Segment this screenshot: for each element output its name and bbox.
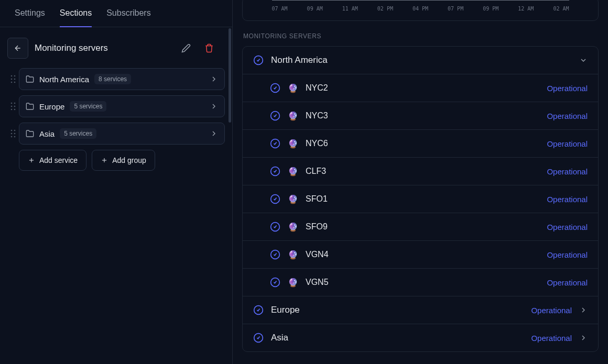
folder-icon bbox=[26, 75, 34, 83]
svg-point-4 bbox=[11, 82, 13, 83]
edit-button[interactable] bbox=[178, 40, 194, 57]
svg-point-3 bbox=[14, 79, 16, 80]
drag-handle-icon bbox=[10, 129, 16, 138]
timeline-tick: 04 PM bbox=[412, 6, 428, 12]
back-button[interactable] bbox=[7, 38, 28, 59]
timeline-card: 07 AM09 AM11 AM02 PM04 PM07 PM09 PM12 AM… bbox=[242, 0, 599, 21]
drag-handle[interactable] bbox=[7, 102, 19, 111]
service-row[interactable]: 🔮 VGN4 Operational bbox=[243, 240, 598, 268]
tab-subscribers[interactable]: Subscribers bbox=[106, 0, 150, 27]
tab-sections[interactable]: Sections bbox=[60, 0, 92, 27]
check-circle-icon bbox=[270, 277, 280, 288]
svg-point-5 bbox=[14, 82, 16, 83]
service-row[interactable]: 🔮 NYC3 Operational bbox=[243, 102, 598, 129]
status-label: Operational bbox=[547, 223, 588, 231]
service-row[interactable]: 🔮 VGN5 Operational bbox=[243, 268, 598, 296]
timeline-tick: 02 PM bbox=[377, 6, 393, 12]
svg-point-2 bbox=[11, 79, 13, 80]
chevron-right-icon bbox=[210, 75, 218, 83]
plus-icon bbox=[28, 157, 35, 164]
group-name: North America bbox=[39, 75, 89, 84]
group-row-asia[interactable]: Asia 5 services bbox=[19, 123, 225, 145]
svg-point-6 bbox=[11, 103, 13, 104]
timeline-tick: 09 AM bbox=[307, 6, 323, 12]
region-row-north america[interactable]: North America bbox=[243, 47, 598, 74]
service-row[interactable]: 🔮 NYC6 Operational bbox=[243, 129, 598, 157]
crystal-ball-icon: 🔮 bbox=[288, 83, 298, 93]
timeline-tick: 12 AM bbox=[518, 6, 534, 12]
pencil-icon bbox=[181, 43, 191, 53]
status-label: Operational bbox=[547, 84, 588, 93]
svg-point-15 bbox=[14, 133, 16, 135]
crystal-ball-icon: 🔮 bbox=[288, 278, 298, 288]
crystal-ball-icon: 🔮 bbox=[288, 111, 298, 121]
region-row-europe[interactable]: Europe Operational bbox=[243, 296, 598, 324]
region-name: North America bbox=[271, 55, 328, 65]
svg-point-9 bbox=[14, 106, 16, 107]
service-row[interactable]: 🔮 NYC2 Operational bbox=[243, 74, 598, 102]
svg-point-13 bbox=[14, 130, 16, 131]
arrow-left-icon bbox=[14, 44, 22, 52]
group-row-north america[interactable]: North America 8 services bbox=[19, 68, 225, 90]
service-name: NYC3 bbox=[306, 111, 328, 120]
add-group-button[interactable]: Add group bbox=[92, 150, 155, 171]
service-name: NYC6 bbox=[306, 139, 328, 148]
status-label: Operational bbox=[547, 112, 588, 120]
service-name: VGN5 bbox=[306, 278, 329, 287]
status-label: Operational bbox=[547, 139, 588, 148]
chevron-right-icon bbox=[210, 129, 218, 138]
group-name: Europe bbox=[39, 102, 64, 111]
drag-handle[interactable] bbox=[7, 75, 19, 83]
delete-button[interactable] bbox=[201, 40, 218, 57]
group-count-badge: 5 services bbox=[60, 128, 96, 139]
chevron-right-icon bbox=[579, 334, 588, 342]
timeline-bar bbox=[272, 0, 569, 1]
folder-icon bbox=[26, 129, 34, 138]
tab-settings[interactable]: Settings bbox=[15, 0, 45, 27]
group-row-europe[interactable]: Europe 5 services bbox=[19, 95, 225, 117]
page-title: Monitoring servers bbox=[35, 43, 171, 53]
service-name: SFO1 bbox=[306, 194, 328, 204]
group-count-badge: 5 services bbox=[70, 101, 106, 112]
service-name: VGN4 bbox=[306, 250, 329, 259]
svg-point-1 bbox=[14, 75, 16, 77]
trash-icon bbox=[204, 43, 214, 53]
check-circle-icon bbox=[270, 83, 280, 93]
svg-point-17 bbox=[14, 136, 16, 138]
check-circle-icon bbox=[270, 194, 280, 204]
svg-point-14 bbox=[11, 133, 13, 135]
scrollbar[interactable] bbox=[229, 28, 231, 123]
crystal-ball-icon: 🔮 bbox=[288, 139, 298, 149]
check-circle-icon bbox=[270, 222, 280, 232]
check-circle-icon bbox=[253, 55, 264, 65]
svg-point-11 bbox=[14, 109, 16, 111]
drag-handle[interactable] bbox=[7, 129, 19, 138]
svg-point-12 bbox=[11, 130, 13, 131]
service-row[interactable]: 🔮 CLF3 Operational bbox=[243, 157, 598, 185]
timeline-tick: 07 AM bbox=[272, 6, 288, 12]
timeline-tick: 02 AM bbox=[553, 6, 569, 12]
chevron-right-icon bbox=[210, 102, 218, 111]
status-label: Operational bbox=[531, 306, 572, 315]
drag-handle-icon bbox=[10, 75, 16, 83]
region-row-asia[interactable]: Asia Operational bbox=[243, 324, 598, 351]
section-label: MONITORING SERVERS bbox=[243, 32, 599, 40]
crystal-ball-icon: 🔮 bbox=[288, 222, 298, 232]
chevron-right-icon bbox=[579, 306, 588, 314]
add-service-button[interactable]: Add service bbox=[19, 150, 86, 171]
check-circle-icon bbox=[253, 305, 264, 315]
service-row[interactable]: 🔮 SFO1 Operational bbox=[243, 185, 598, 213]
check-circle-icon bbox=[253, 333, 264, 343]
check-circle-icon bbox=[270, 111, 280, 121]
service-name: CLF3 bbox=[306, 167, 326, 176]
status-label: Operational bbox=[531, 334, 572, 343]
folder-icon bbox=[26, 102, 34, 111]
service-row[interactable]: 🔮 SFO9 Operational bbox=[243, 213, 598, 240]
svg-point-16 bbox=[11, 136, 13, 138]
group-name: Asia bbox=[39, 129, 55, 138]
timeline-tick: 11 AM bbox=[342, 6, 358, 12]
timeline-tick: 09 PM bbox=[483, 6, 498, 12]
check-circle-icon bbox=[270, 249, 280, 260]
crystal-ball-icon: 🔮 bbox=[288, 194, 298, 204]
crystal-ball-icon: 🔮 bbox=[288, 167, 298, 177]
